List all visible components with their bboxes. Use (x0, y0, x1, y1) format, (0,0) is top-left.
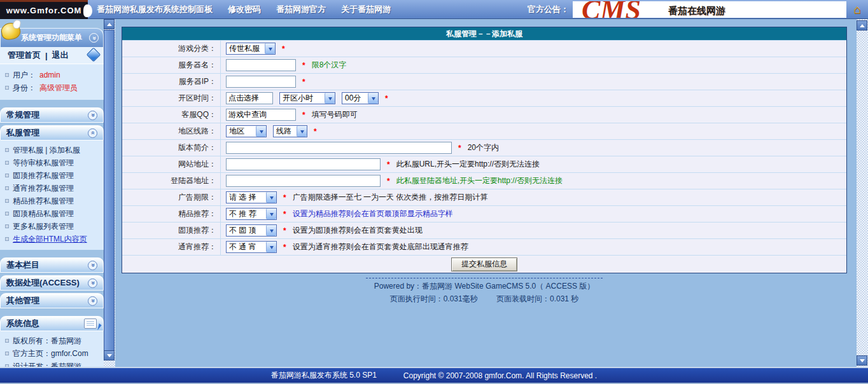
section-system-info[interactable]: 系统信息 (0, 316, 104, 331)
field-label: 服务器名： (122, 57, 221, 73)
menu-icon (0, 22, 22, 41)
menu-title: 系统管理功能菜单 (21, 32, 82, 43)
chevron-double-down-icon[interactable]: » (88, 261, 97, 270)
home-icon[interactable]: ⌂ (846, 3, 868, 17)
fixed-top-recommend-select[interactable]: 不 固 顶 (226, 224, 277, 237)
line-select[interactable]: 线路 (273, 125, 307, 137)
field-note: 广告期限选择一至七 一为一天 依次类推，按推荐日期计算 (293, 192, 488, 203)
scroll-down-button[interactable] (857, 355, 867, 366)
nav-change-password[interactable]: 修改密码 (228, 4, 261, 15)
select-value: 不 推 荐 (227, 209, 266, 219)
field-cell: 地区线路* (221, 123, 846, 139)
required-star: * (385, 94, 388, 103)
timing-line: 页面执行时间：0.031毫秒 页面装载时间：0.031 秒 (122, 294, 847, 305)
form-row: 通宵推荐：不 通 宵*设置为通宵推荐则会在首页套黄处底部出现通宵推荐 (122, 238, 846, 255)
sidebar-menu-item[interactable]: 通宵推荐私服管理 (5, 182, 104, 195)
section-ps-management[interactable]: 私服管理 » (0, 125, 104, 141)
select-value: 地区 (227, 126, 256, 137)
chevron-double-up-icon[interactable]: » (88, 128, 97, 138)
ad-period-select[interactable]: 请 选 择 (226, 191, 277, 203)
quick-bar: 管理首页 | 退出 (0, 47, 104, 64)
user-label: 用户： (13, 70, 36, 81)
site-logo[interactable]: www.Gmfor.COM (0, 0, 88, 19)
form-row: 广告期限：请 选 择*广告期限选择一至七 一为一天 依次类推，按推荐日期计算 (122, 189, 846, 205)
section-basic-columns[interactable]: 基本栏目 » (0, 257, 104, 273)
version-intro-input[interactable] (226, 142, 452, 154)
form-row: 客服QQ：*填写号码即可 (122, 106, 846, 123)
scrollbar-thumb[interactable] (104, 30, 115, 353)
game-category-select[interactable]: 传世私服 (226, 43, 276, 55)
sidebar-menu-item[interactable]: 更多私服列表管理 (5, 220, 104, 233)
section-regular-management[interactable]: 常规管理 » (0, 107, 104, 123)
section-data-processing[interactable]: 数据处理(ACCESS) » (0, 275, 104, 291)
service-qq-input[interactable] (226, 109, 296, 121)
required-star: * (283, 226, 286, 235)
chevron-double-down-icon[interactable]: » (88, 111, 97, 120)
nav-about[interactable]: 关于番茄网游 (341, 4, 391, 15)
field-label: 客服QQ： (122, 107, 221, 123)
field-label: 精品推荐： (122, 206, 221, 222)
chevron-double-down-icon[interactable]: » (89, 33, 99, 43)
bullet-icon (5, 199, 9, 203)
field-cell: *20个字内 (221, 140, 846, 156)
bullet-icon (5, 186, 9, 190)
scroll-down-button[interactable] (104, 350, 115, 360)
logout-link[interactable]: 退出 (52, 50, 69, 61)
field-cell: 请 选 择*广告期限选择一至七 一为一天 依次类推，按推荐日期计算 (221, 189, 846, 205)
sidebar-menu-item[interactable]: 固顶推荐私服管理 (5, 169, 104, 182)
sidebar-menu-header[interactable]: 系统管理功能菜单 » (0, 28, 104, 47)
field-label: 广告期限： (122, 189, 221, 205)
server-ip-input[interactable] (226, 76, 296, 88)
open-hour-select[interactable]: 开区小时 (279, 92, 335, 104)
open-time-input[interactable] (226, 92, 273, 104)
select-value: 线路 (274, 126, 297, 137)
menu-item-label: 固顶推荐私服管理 (13, 170, 74, 181)
page-scrollbar[interactable] (857, 19, 868, 367)
system-info-item: 版权所有：番茄网游 (5, 334, 104, 347)
notes-icon (84, 319, 97, 329)
required-star: * (387, 160, 390, 169)
region-select[interactable]: 地区 (226, 125, 267, 137)
required-star: * (283, 193, 286, 202)
launcher-url-input[interactable] (226, 175, 381, 187)
nav-official-site[interactable]: 番茄网游官方 (276, 4, 326, 15)
sidebar-menu-item[interactable]: 精品推荐私服管理 (5, 195, 104, 207)
sidebar-menu-item[interactable]: 等待审核私服管理 (5, 156, 104, 169)
form-row: 登陆器地址：*此私服登陆器地址,开头一定要http://否则无法连接 (122, 172, 846, 189)
nav-control-panel[interactable]: 番茄网游私服发布系统控制面板 (97, 4, 213, 15)
sidebar-menu-item[interactable]: 固顶精品私服管理 (5, 207, 104, 220)
bullet-icon (5, 174, 9, 177)
required-star: * (302, 111, 305, 120)
arrow-up-icon (107, 20, 112, 26)
scroll-up-button[interactable] (104, 19, 115, 29)
sidebar-menu-item[interactable]: 管理私服 | 添加私服 (5, 144, 104, 156)
website-url-input[interactable] (226, 158, 381, 170)
open-minute-select[interactable]: 00分 (342, 92, 379, 104)
sidebar-scrollbar[interactable] (104, 19, 115, 367)
scroll-up-button[interactable] (857, 20, 867, 31)
chevron-double-down-icon[interactable]: » (88, 296, 97, 306)
field-note: 填写号码即可 (312, 109, 358, 120)
admin-home-link[interactable]: 管理首页 (8, 50, 41, 61)
field-note: 限8个汉字 (312, 60, 347, 71)
section-other-management[interactable]: 其他管理 » (0, 293, 104, 308)
server-name-input[interactable] (226, 59, 296, 71)
select-value: 不 通 宵 (227, 242, 266, 252)
announcement-label: 官方公告： (528, 4, 569, 15)
form-row: 版本简介：*20个字内 (122, 139, 846, 156)
arrow-down-icon (107, 354, 112, 360)
premium-recommend-select[interactable]: 不 推 荐 (226, 208, 277, 220)
submit-button[interactable]: 提交私服信息 (451, 257, 517, 271)
chevron-down-icon (266, 242, 276, 252)
announcement-banner[interactable]: CMS 番茄在线网游 (573, 1, 846, 18)
product-version: 番茄网游私服发布系统 5.0 SP1 (271, 370, 377, 381)
field-label: 版本简介： (122, 140, 221, 156)
sidebar-menu-item[interactable]: 生成全部HTML内容页 (5, 233, 104, 245)
chevron-double-down-icon[interactable]: » (88, 278, 97, 288)
bullet-icon (5, 364, 9, 367)
menu-item-label: 更多私服列表管理 (13, 221, 74, 232)
chevron-down-icon (265, 43, 275, 54)
menu-item-label: 精品推荐私服管理 (13, 196, 74, 207)
overnight-recommend-select[interactable]: 不 通 宵 (226, 241, 277, 253)
field-cell: 不 推 荐*设置为精品推荐则会在首页最顶部显示精品字样 (221, 206, 846, 222)
